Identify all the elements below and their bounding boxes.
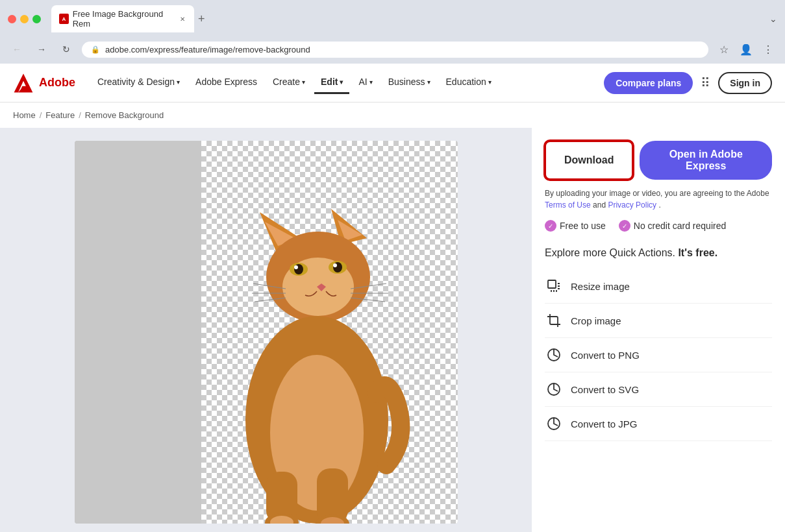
apps-grid-icon[interactable]: ⠿ xyxy=(701,75,710,91)
browser-toolbar: ← → ↻ 🔒 adobe.com/express/feature/image/… xyxy=(0,36,785,64)
browser-dropdown-icon[interactable]: ⌄ xyxy=(769,14,777,24)
nav-label-education: Education xyxy=(446,77,486,87)
gray-left xyxy=(75,141,201,524)
button-area: Download Open in Adobe Express xyxy=(545,141,772,180)
minimize-button[interactable] xyxy=(20,15,29,23)
nav-item-ai[interactable]: AI ▾ xyxy=(352,71,379,94)
breadcrumb-feature[interactable]: Feature xyxy=(45,110,75,120)
image-container xyxy=(75,141,458,524)
back-button[interactable]: ← xyxy=(8,40,26,58)
quick-actions-list: Resize image Crop image xyxy=(545,269,772,441)
bookmark-icon[interactable]: ☆ xyxy=(715,40,733,58)
svg-rect-31 xyxy=(548,280,556,288)
cat-svg xyxy=(221,193,422,524)
breadcrumb-sep-1: / xyxy=(40,110,42,120)
browser-tab[interactable]: A Free Image Background Rem ✕ xyxy=(51,5,194,32)
page: Adobe Creativity & Design ▾ Adobe Expres… xyxy=(0,64,785,532)
quick-action-crop[interactable]: Crop image xyxy=(545,304,772,338)
url-text: adobe.com/express/feature/image/remove-b… xyxy=(105,45,310,54)
nav-item-express[interactable]: Adobe Express xyxy=(189,71,264,94)
browser-titlebar: A Free Image Background Rem ✕ + ⌄ xyxy=(0,0,785,36)
convert-jpg-icon xyxy=(545,415,563,433)
tab-favicon: A xyxy=(59,14,69,24)
no-credit-card-icon: ✓ xyxy=(619,220,630,232)
nav-items: Creativity & Design ▾ Adobe Express Crea… xyxy=(91,71,604,94)
toolbar-actions: ☆ 👤 ⋮ xyxy=(715,40,777,58)
sign-in-button[interactable]: Sign in xyxy=(718,72,772,94)
adobe-icon xyxy=(13,73,34,93)
menu-icon[interactable]: ⋮ xyxy=(759,40,777,58)
forward-button[interactable]: → xyxy=(32,40,51,58)
crop-label: Crop image xyxy=(571,315,621,326)
chevron-down-icon-4: ▾ xyxy=(369,79,373,86)
privacy-policy-link[interactable]: Privacy Policy xyxy=(608,200,656,210)
convert-png-label: Convert to PNG xyxy=(571,350,640,361)
nav-label-express: Adobe Express xyxy=(195,77,257,87)
convert-svg-icon xyxy=(545,380,563,398)
free-checkmark-icon: ✓ xyxy=(545,220,556,232)
explore-title: Explore more Quick Actions. It's free. xyxy=(545,247,772,259)
open-in-adobe-express-button[interactable]: Open in Adobe Express xyxy=(640,141,772,180)
explore-prefix: Explore more Quick Actions. xyxy=(545,247,678,258)
nav-label-create: Create xyxy=(273,77,300,87)
fullscreen-button[interactable] xyxy=(32,15,41,23)
explore-bold: It's free. xyxy=(678,247,717,258)
cat-image xyxy=(185,193,458,524)
nav-item-edit[interactable]: Edit ▾ xyxy=(314,71,349,94)
image-area xyxy=(0,128,532,532)
new-tab-button[interactable]: + xyxy=(198,12,205,26)
quick-action-resize[interactable]: Resize image xyxy=(545,269,772,304)
terms-of-use-link[interactable]: Terms of Use xyxy=(545,200,591,210)
crop-icon xyxy=(545,311,563,330)
convert-jpg-label: Convert to JPG xyxy=(571,418,638,429)
svg-point-12 xyxy=(294,265,298,269)
chevron-down-icon-3: ▾ xyxy=(340,79,343,86)
main-content: Download Open in Adobe Express By upload… xyxy=(0,128,785,532)
resize-icon xyxy=(545,277,563,295)
terms-prefix: By uploading your image or video, you ar… xyxy=(545,189,769,198)
resize-label: Resize image xyxy=(571,281,630,292)
terms-and: and xyxy=(593,200,608,210)
nav-label-creativity: Creativity & Design xyxy=(97,77,175,87)
breadcrumb-current: Remove Background xyxy=(85,110,164,120)
download-button[interactable]: Download xyxy=(545,141,633,180)
quick-action-convert-png[interactable]: Convert to PNG xyxy=(545,338,772,372)
breadcrumb-sep-2: / xyxy=(79,110,81,120)
adobe-wordmark: Adobe xyxy=(39,76,75,90)
features-row: ✓ Free to use ✓ No credit card required xyxy=(545,220,772,232)
profile-icon[interactable]: 👤 xyxy=(737,40,755,58)
refresh-button[interactable]: ↻ xyxy=(57,40,75,58)
terms-text: By uploading your image or video, you ar… xyxy=(545,187,772,211)
compare-plans-button[interactable]: Compare plans xyxy=(604,72,693,94)
nav-item-create[interactable]: Create ▾ xyxy=(266,71,312,94)
browser-chrome: A Free Image Background Rem ✕ + ⌄ ← → ↻ … xyxy=(0,0,785,64)
convert-png-icon xyxy=(545,346,563,364)
tab-bar: A Free Image Background Rem ✕ + xyxy=(51,5,764,32)
nav-label-ai: AI xyxy=(358,77,367,87)
address-bar[interactable]: 🔒 adobe.com/express/feature/image/remove… xyxy=(82,42,708,58)
feature-free: ✓ Free to use xyxy=(545,220,606,232)
chevron-down-icon-2: ▾ xyxy=(302,79,305,86)
terms-period: . xyxy=(658,200,660,210)
nav-label-business: Business xyxy=(388,77,425,87)
close-button[interactable] xyxy=(8,15,16,23)
nav-label-edit: Edit xyxy=(321,77,338,87)
convert-svg-label: Convert to SVG xyxy=(571,384,639,395)
nav-item-creativity[interactable]: Creativity & Design ▾ xyxy=(91,71,186,94)
adobe-nav: Adobe Creativity & Design ▾ Adobe Expres… xyxy=(0,64,785,103)
chevron-down-icon-6: ▾ xyxy=(488,79,492,86)
tab-close-icon[interactable]: ✕ xyxy=(178,14,186,23)
quick-action-convert-jpg[interactable]: Convert to JPG xyxy=(545,407,772,441)
chevron-down-icon: ▾ xyxy=(177,79,180,86)
svg-point-13 xyxy=(333,263,337,267)
free-label: Free to use xyxy=(560,221,606,231)
adobe-logo[interactable]: Adobe xyxy=(13,73,75,93)
right-panel: Download Open in Adobe Express By upload… xyxy=(532,128,785,532)
nav-item-education[interactable]: Education ▾ xyxy=(440,71,498,94)
no-credit-card-label: No credit card required xyxy=(634,221,726,231)
chevron-down-icon-5: ▾ xyxy=(427,79,430,86)
nav-item-business[interactable]: Business ▾ xyxy=(382,71,437,94)
quick-action-convert-svg[interactable]: Convert to SVG xyxy=(545,372,772,407)
traffic-lights xyxy=(8,15,41,23)
breadcrumb-home[interactable]: Home xyxy=(13,110,36,120)
